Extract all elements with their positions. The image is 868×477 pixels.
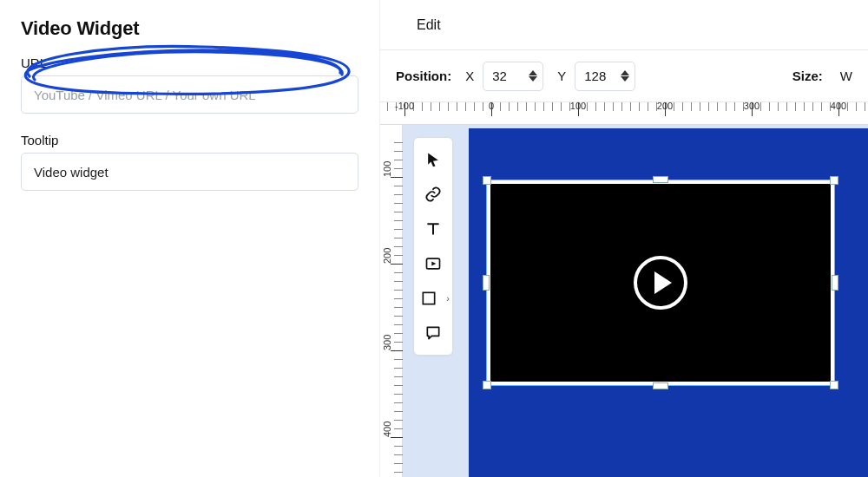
selected-widget-bounds[interactable] — [486, 180, 835, 386]
y-value: 128 — [584, 69, 606, 83]
chevron-down-icon[interactable] — [621, 76, 629, 82]
chevron-up-icon[interactable] — [621, 70, 629, 75]
tooltip-label: Tooltip — [21, 133, 358, 147]
edit-title: Edit — [417, 17, 441, 33]
tool-select[interactable] — [418, 143, 448, 176]
chevron-up-icon[interactable] — [529, 70, 537, 75]
text-icon — [424, 220, 442, 238]
url-input[interactable] — [21, 75, 358, 114]
resize-handle-tl[interactable] — [483, 176, 491, 185]
play-triangle-icon — [654, 271, 672, 294]
video-widget-panel: Video Widget URL Tooltip — [0, 0, 380, 477]
position-label: Position: — [396, 69, 451, 83]
y-input[interactable]: 128 — [575, 62, 635, 91]
tool-link[interactable] — [418, 178, 448, 211]
resize-handle-bm[interactable] — [653, 382, 668, 389]
canvas[interactable]: -1000100200300400 100200300400 — [380, 102, 868, 477]
svg-rect-1 — [423, 292, 434, 304]
resize-handle-bl[interactable] — [483, 381, 491, 389]
ruler-horizontal: -1000100200300400 — [380, 102, 868, 125]
tool-video[interactable] — [418, 247, 448, 280]
tool-text[interactable] — [418, 212, 448, 245]
resize-handle-tr[interactable] — [830, 176, 838, 185]
size-label: Size: — [792, 69, 823, 83]
edit-bar: Edit — [380, 0, 868, 50]
rectangle-icon — [420, 290, 437, 307]
chevron-down-icon[interactable] — [529, 76, 537, 82]
y-stepper[interactable] — [621, 70, 629, 82]
resize-handle-mr[interactable] — [832, 275, 838, 291]
tooltip-field-group: Tooltip — [21, 133, 358, 191]
x-value: 32 — [492, 69, 507, 83]
cursor-icon — [424, 151, 442, 168]
tool-comment[interactable] — [418, 317, 448, 350]
x-stepper[interactable] — [529, 70, 537, 82]
video-widget[interactable] — [490, 184, 831, 382]
url-field-group: URL — [21, 56, 358, 114]
tooltip-input[interactable] — [21, 153, 358, 191]
chevron-right-icon: › — [446, 293, 450, 304]
panel-title: Video Widget — [21, 17, 358, 40]
url-label: URL — [21, 56, 358, 70]
play-icon[interactable] — [634, 256, 687, 310]
ruler-vertical: 100200300400 — [380, 125, 403, 477]
resize-handle-br[interactable] — [830, 381, 838, 389]
x-axis-label: X — [465, 69, 474, 83]
y-axis-label: Y — [557, 69, 566, 83]
link-icon — [424, 186, 442, 203]
resize-handle-ml[interactable] — [483, 275, 490, 291]
resize-handle-tm[interactable] — [653, 176, 668, 183]
comment-icon — [424, 324, 442, 342]
x-input[interactable]: 32 — [483, 62, 543, 91]
tool-shape[interactable]: › — [415, 282, 451, 315]
properties-bar: Position: X 32 Y 128 Size: W — [380, 50, 868, 102]
video-icon — [424, 255, 442, 272]
w-axis-label: W — [840, 69, 852, 83]
editor: Edit Position: X 32 Y 128 Size: — [380, 0, 868, 477]
toolbox: › — [413, 137, 453, 356]
